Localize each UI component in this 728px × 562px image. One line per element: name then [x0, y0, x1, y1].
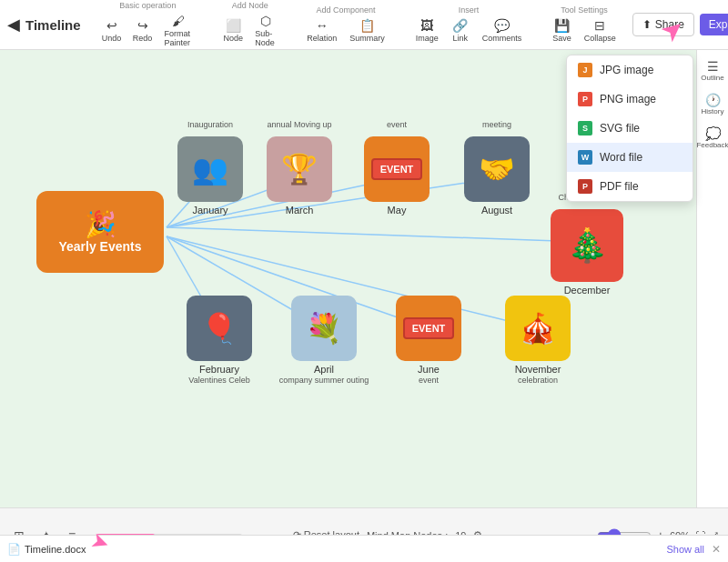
file-tab-name: Timeline.docx [25, 544, 86, 555]
file-icon: 📄 [7, 543, 21, 556]
february-icon: 🎈 [201, 311, 238, 346]
june-event-badge: EVENT [403, 317, 455, 339]
outline-label: Outline [701, 74, 723, 82]
node-december[interactable]: Christmas party 🎄 December [551, 209, 623, 296]
app-title: Timeline [25, 17, 81, 33]
central-node-icon: 🎉 [85, 209, 116, 239]
central-node-label: Yearly Events [58, 239, 141, 255]
collapse-button[interactable]: ⊟Collapse [581, 16, 620, 45]
node-february[interactable]: 🎈 February Valentines Celeb [187, 296, 252, 375]
december-label: December [564, 285, 611, 296]
history-button[interactable]: 🕐 History [697, 89, 728, 119]
word-icon: W [578, 150, 592, 165]
jpg-icon: J [578, 63, 592, 77]
august-icon: 🤝 [479, 152, 515, 186]
subnode-button[interactable]: ⬡Sub-Node [251, 12, 279, 49]
december-icon: 🎄 [567, 226, 608, 265]
export-jpg[interactable]: J JPG image [567, 55, 693, 85]
january-icon: 👥 [192, 152, 228, 186]
toolbar-group-basic: Basic operation ↩Undo ↪Redo 🖌Format Pain… [99, 1, 197, 49]
may-box: EVENT [364, 136, 430, 202]
november-label: November [515, 364, 561, 375]
caption-celebration: celebration [518, 376, 558, 385]
show-all-button[interactable]: Show all [666, 544, 704, 555]
node-button[interactable]: ⬜Node [220, 16, 246, 45]
link-button[interactable]: 🔗Link [448, 16, 473, 45]
format-painter-button[interactable]: 🖌Format Painter [161, 12, 197, 49]
march-label: March [286, 205, 314, 216]
png-label: PNG image [600, 93, 656, 105]
pdf-icon: P [578, 179, 592, 194]
node-august[interactable]: meeting 🤝 August [464, 136, 530, 216]
export-button[interactable]: Export [700, 14, 728, 35]
export-pdf[interactable]: P PDF file [567, 172, 693, 201]
node-may[interactable]: event EVENT May [364, 136, 430, 216]
june-box: EVENT [396, 296, 461, 361]
january-label: January [192, 205, 228, 216]
central-node[interactable]: 🎉 Yearly Events [36, 191, 164, 273]
jpg-label: JPG image [600, 64, 653, 76]
comments-button[interactable]: 💬Comments [479, 16, 526, 45]
summary-button[interactable]: 📋Summary [346, 16, 389, 45]
group-label-addnode: Add Node [232, 1, 268, 10]
april-box: 💐 [291, 296, 357, 361]
caption-inauguration: Inauguration [187, 120, 233, 129]
toolbar-group-insert: Insert 🖼Image 🔗Link 💬Comments [412, 5, 526, 45]
history-icon: 🕐 [705, 93, 721, 107]
undo-button[interactable]: ↩Undo [99, 16, 125, 45]
outline-button[interactable]: ☰ Outline [697, 55, 728, 85]
side-panel: ☰ Outline 🕐 History 💭 Feedback [696, 50, 728, 507]
group-label-insert: Insert [459, 5, 480, 15]
toolbar-group-addnode: Add Node ⬜Node ⬡Sub-Node [220, 1, 279, 49]
save-button[interactable]: 💾Save [549, 16, 575, 45]
export-label: Export [709, 18, 728, 31]
node-june[interactable]: EVENT June event [396, 296, 461, 375]
svg-line-4 [167, 227, 583, 242]
toolbar: ◀ Timeline Basic operation ↩Undo ↪Redo 🖌… [0, 0, 728, 50]
image-button[interactable]: 🖼Image [412, 16, 442, 45]
may-label: May [388, 205, 407, 216]
march-icon: 🏆 [281, 152, 318, 186]
february-label: February [199, 364, 239, 375]
august-label: August [481, 205, 512, 216]
node-january[interactable]: Inauguration 👥 January [177, 136, 243, 216]
bottom-bar: ⊞ ✦ ≡ ⟳ Reset layout Mind Map Nodes : 19… [0, 507, 728, 562]
outline-icon: ☰ [707, 59, 719, 74]
january-box: 👥 [177, 136, 243, 202]
group-label-tools: Tool Settings [561, 5, 608, 15]
export-png[interactable]: P PNG image [567, 85, 693, 114]
pdf-label: PDF file [600, 180, 639, 193]
june-label: June [418, 364, 440, 375]
april-icon: 💐 [306, 311, 342, 346]
history-label: History [702, 107, 724, 115]
svg-label: SVG file [600, 122, 640, 135]
feedback-label: Feedback [696, 141, 728, 149]
toolbar-group-addcomp: Add Component ↔Relation 📋Summary [303, 5, 389, 45]
august-box: 🤝 [464, 136, 530, 202]
relation-button[interactable]: ↔Relation [303, 16, 340, 45]
november-box: 🎪 [505, 296, 571, 361]
caption-summer: company summer outing [279, 376, 369, 385]
node-march[interactable]: annual Moving up 🏆 March [267, 136, 332, 216]
back-button[interactable]: ◀ [7, 15, 20, 35]
group-label-basic: Basic operation [119, 1, 176, 10]
file-tab-close-button[interactable]: ✕ [712, 543, 721, 556]
february-box: 🎈 [187, 296, 252, 361]
export-dropdown: J JPG image P PNG image S SVG file W Wor… [566, 55, 693, 202]
file-tab: 📄 Timeline.docx Show all ✕ [0, 535, 728, 562]
may-event-badge: EVENT [371, 158, 423, 180]
feedback-button[interactable]: 💭 Feedback [697, 123, 728, 153]
caption-meeting: meeting [482, 120, 511, 129]
export-word[interactable]: W Word file [567, 143, 693, 172]
node-november[interactable]: 🎪 November celebration [505, 296, 571, 375]
export-svg[interactable]: S SVG file [567, 114, 693, 143]
april-label: April [314, 364, 334, 375]
png-icon: P [578, 92, 592, 106]
node-april[interactable]: 💐 April company summer outing [291, 296, 357, 375]
december-box: 🎄 [551, 209, 623, 282]
group-label-addcomp: Add Component [316, 5, 375, 15]
svg-icon: S [578, 121, 592, 135]
caption-june-event: event [419, 376, 439, 385]
redo-button[interactable]: ↪Redo [130, 16, 156, 45]
toolbar-group-tools: Tool Settings 💾Save ⊟Collapse [549, 5, 620, 45]
